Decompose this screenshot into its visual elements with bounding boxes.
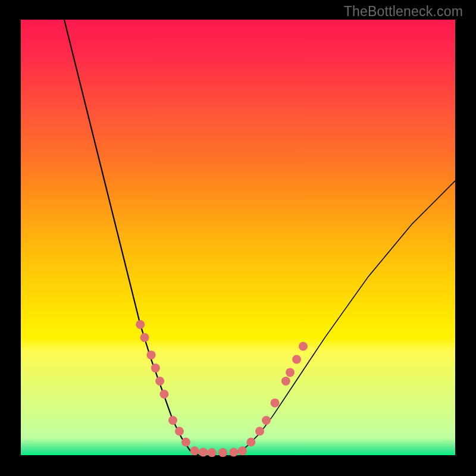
data-point xyxy=(168,416,177,425)
data-point xyxy=(262,416,271,425)
data-point xyxy=(286,368,295,377)
data-point xyxy=(175,427,184,436)
data-point xyxy=(181,438,190,447)
watermark-text: TheBottleneck.com xyxy=(344,4,463,20)
data-point xyxy=(199,447,208,456)
data-point xyxy=(147,350,156,359)
data-point xyxy=(292,355,301,364)
data-point xyxy=(140,333,149,342)
data-point xyxy=(208,448,217,457)
chart-svg xyxy=(21,20,455,455)
data-point xyxy=(229,447,238,456)
data-point xyxy=(151,364,160,372)
curve-lines xyxy=(64,20,455,455)
data-point xyxy=(246,438,255,447)
curve-left-curve xyxy=(64,20,199,455)
plot-area xyxy=(21,20,455,455)
data-point xyxy=(271,399,280,408)
data-point xyxy=(255,427,264,436)
data-point xyxy=(299,342,308,351)
data-point xyxy=(155,377,164,386)
data-point xyxy=(238,446,247,455)
data-point xyxy=(136,320,145,329)
data-point xyxy=(159,390,168,399)
data-point xyxy=(281,377,290,386)
curve-right-curve xyxy=(234,181,455,455)
data-point xyxy=(218,448,227,457)
chart-container: TheBottleneck.com xyxy=(0,0,476,476)
data-point xyxy=(190,446,199,455)
